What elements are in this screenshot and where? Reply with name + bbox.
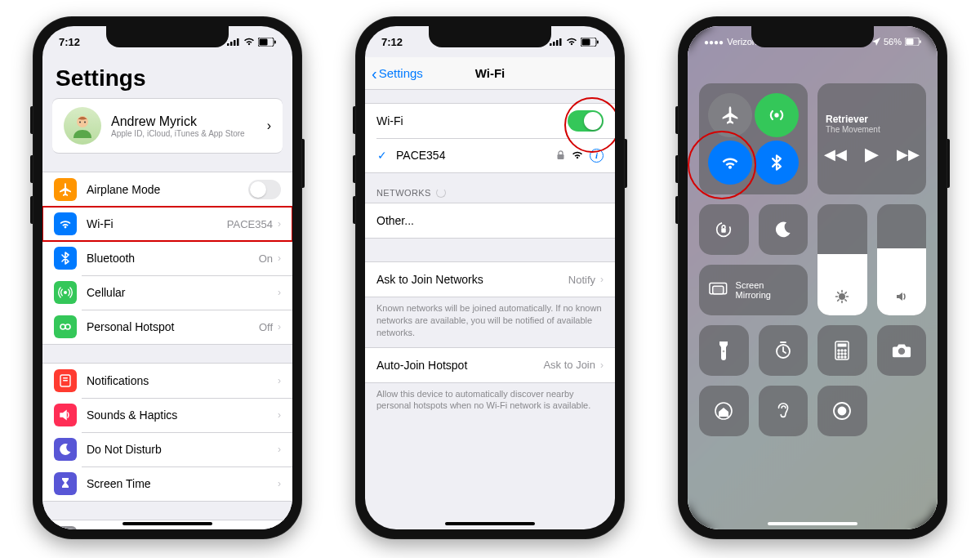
row-cellular[interactable]: Cellular › [42, 275, 292, 310]
flashlight-button[interactable] [699, 325, 749, 376]
airplane-toggle[interactable] [248, 180, 281, 199]
row-apple-id[interactable]: Andrew Myrick Apple ID, iCloud, iTunes &… [52, 99, 283, 153]
airplane-icon [58, 182, 73, 197]
chevron-icon: › [278, 218, 281, 230]
svg-rect-25 [582, 38, 590, 45]
svg-rect-26 [597, 40, 599, 43]
lock-icon [556, 150, 565, 160]
svg-point-37 [723, 350, 725, 353]
screen-record-button[interactable] [817, 386, 867, 436]
svg-point-11 [60, 324, 65, 329]
back-button[interactable]: ‹ Settings [372, 65, 423, 82]
calculator-icon [832, 341, 852, 360]
mirroring-icon [709, 282, 728, 298]
row-dnd[interactable]: Do Not Disturb › [42, 432, 292, 466]
row-wifi[interactable]: Wi-Fi PACE354 › [42, 207, 292, 241]
wifi-button[interactable] [708, 141, 752, 185]
music-artist: The Movement [826, 125, 880, 134]
row-ask-to-join[interactable]: Ask to Join Networks Notify › [365, 262, 615, 297]
flashlight-icon [714, 341, 733, 360]
chevron-icon: › [278, 444, 281, 455]
svg-point-42 [841, 350, 843, 351]
info-icon[interactable]: i [590, 149, 604, 163]
battery-icon [905, 38, 921, 46]
notch [429, 26, 551, 47]
notch [751, 26, 874, 47]
svg-rect-30 [920, 40, 921, 43]
row-other-network[interactable]: Other... [365, 203, 615, 238]
chevron-left-icon: ‹ [372, 65, 377, 82]
chevron-icon: › [278, 287, 281, 298]
camera-button[interactable] [877, 325, 927, 376]
row-sounds[interactable]: Sounds & Haptics › [42, 398, 292, 432]
checkmark-icon: ✓ [376, 149, 388, 162]
chevron-icon: › [600, 274, 604, 285]
brightness-slider[interactable] [817, 204, 867, 315]
music-tile[interactable]: Retriever The Movement ◀◀ ▶ ▶▶ [817, 83, 926, 194]
svg-point-10 [64, 291, 67, 294]
hourglass-icon [58, 476, 73, 491]
row-airplane[interactable]: Airplane Mode [42, 172, 292, 207]
svg-point-49 [844, 356, 846, 358]
home-indicator[interactable] [122, 522, 212, 525]
battery-pct: 56% [884, 37, 902, 47]
svg-point-43 [844, 350, 846, 351]
svg-point-41 [838, 350, 840, 351]
cellular-button[interactable] [755, 93, 799, 137]
timer-button[interactable] [759, 325, 808, 376]
hotspot-icon [58, 319, 73, 334]
wifi-toggle[interactable] [568, 110, 604, 132]
prev-track-button[interactable]: ◀◀ [824, 145, 847, 163]
cellular-icon [767, 105, 786, 125]
home-indicator[interactable] [445, 522, 535, 525]
svg-point-12 [65, 324, 70, 329]
nav-title: Wi-Fi [475, 66, 506, 80]
auto-footer: Allow this device to automatically disco… [365, 383, 615, 421]
svg-point-9 [84, 122, 86, 123]
bluetooth-icon [58, 251, 73, 266]
play-button[interactable]: ▶ [865, 144, 879, 165]
avatar [64, 107, 101, 145]
orientation-lock-button[interactable] [699, 204, 749, 255]
svg-point-53 [839, 408, 846, 415]
row-screentime[interactable]: Screen Time › [42, 466, 292, 501]
battery-icon [581, 38, 599, 47]
chevron-icon: › [278, 375, 281, 386]
svg-rect-29 [906, 38, 913, 44]
airplane-icon [720, 105, 740, 125]
status-time: 7:12 [59, 36, 80, 48]
signal-icon [227, 38, 240, 46]
row-connected-network[interactable]: ✓ PACE354 i [365, 138, 615, 172]
sounds-icon [58, 408, 73, 422]
svg-point-31 [774, 113, 778, 117]
row-auto-hotspot[interactable]: Auto-Join Hotspot Ask to Join › [365, 348, 615, 382]
screen-mirroring-button[interactable]: Screen Mirroring [699, 265, 808, 315]
nav-bar: ‹ Settings Wi-Fi [365, 57, 615, 90]
svg-rect-36 [713, 286, 724, 293]
row-hotspot[interactable]: Personal Hotspot Off › [42, 310, 292, 344]
svg-rect-23 [559, 38, 562, 46]
dnd-button[interactable] [759, 204, 808, 255]
row-notifications[interactable]: Notifications › [42, 364, 292, 398]
airplane-button[interactable] [708, 93, 752, 137]
hearing-button[interactable] [759, 386, 808, 436]
connectivity-tile[interactable] [699, 83, 808, 194]
lock-rotation-icon [714, 220, 733, 239]
moon-icon [58, 442, 73, 457]
row-bluetooth[interactable]: Bluetooth On › [42, 241, 292, 275]
svg-point-48 [841, 356, 843, 358]
svg-point-45 [841, 353, 843, 355]
wifi-icon [719, 152, 741, 173]
volume-slider[interactable] [877, 204, 927, 315]
calculator-button[interactable] [817, 325, 867, 376]
home-button[interactable] [699, 386, 749, 436]
bluetooth-button[interactable] [755, 141, 799, 185]
svg-rect-1 [230, 42, 233, 46]
ask-footer: Known networks will be joined automatica… [365, 297, 615, 347]
svg-rect-15 [63, 380, 68, 382]
svg-point-46 [844, 353, 846, 355]
row-wifi-toggle[interactable]: Wi-Fi [365, 104, 615, 138]
camera-icon [892, 341, 911, 360]
next-track-button[interactable]: ▶▶ [897, 145, 920, 163]
home-indicator[interactable] [768, 522, 858, 525]
